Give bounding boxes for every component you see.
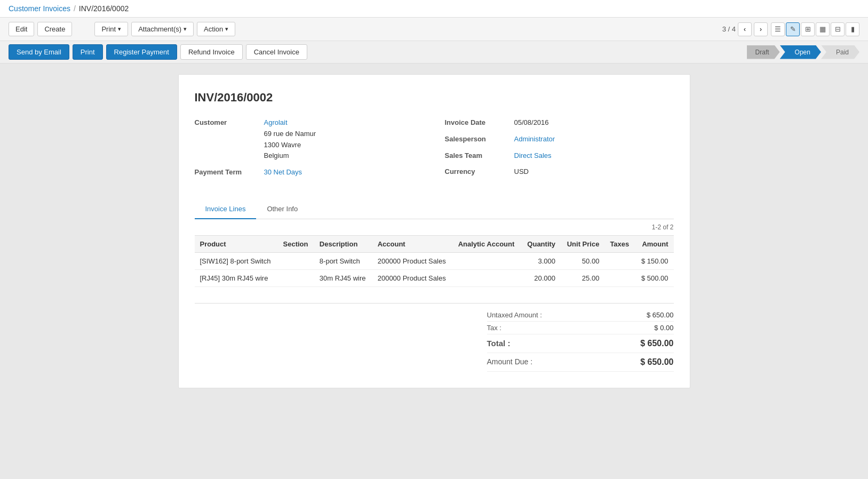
print-workflow-button[interactable]: Print — [73, 44, 103, 60]
breadcrumb-current: INV/2016/0002 — [79, 4, 129, 13]
customer-addr3: Belgium — [264, 151, 289, 159]
amount-due-label: Amount Due : — [487, 357, 533, 367]
col-taxes: Taxes — [604, 235, 635, 252]
customer-field: Customer Agrolait 69 rue de Namur 1300 W… — [195, 117, 424, 162]
cell-product: [SIW162] 8-port Switch — [195, 252, 278, 269]
cell-unit-price: 50.00 — [561, 252, 604, 269]
doc-fields-left: Customer Agrolait 69 rue de Namur 1300 W… — [195, 117, 424, 183]
sales-team-label: Sales Team — [445, 150, 514, 159]
grid-view-button[interactable]: ⊟ — [831, 22, 845, 36]
total-label: Total : — [487, 339, 511, 348]
currency-value: USD — [514, 166, 529, 178]
untaxed-amount-row: Untaxed Amount : $ 650.00 — [487, 309, 674, 322]
sales-team-link[interactable]: Direct Sales — [514, 151, 552, 159]
pager-text: 3 / 4 — [722, 25, 736, 33]
toolbar-right: 3 / 4 ‹ › ☰ ✎ ⊞ ▦ ⊟ ▮ — [722, 22, 859, 36]
untaxed-label: Untaxed Amount : — [487, 311, 542, 319]
workflow-actions: Send by Email Print Register Payment Ref… — [9, 44, 307, 60]
cell-taxes — [604, 252, 635, 269]
print-button[interactable]: Print — [94, 22, 128, 36]
send-email-button[interactable]: Send by Email — [9, 44, 69, 60]
edit-button[interactable]: Edit — [9, 22, 34, 36]
col-description: Description — [314, 235, 372, 252]
view-icons: ☰ ✎ ⊞ ▦ ⊟ ▮ — [771, 22, 859, 36]
workflow-status: Draft Open Paid — [747, 45, 859, 59]
cell-unit-price: 25.00 — [561, 269, 604, 286]
col-analytic: Analytic Account — [453, 235, 521, 252]
cell-section — [278, 252, 314, 269]
currency-field: Currency USD — [445, 166, 674, 178]
totals-table: Untaxed Amount : $ 650.00 Tax : $ 0.00 T… — [487, 309, 674, 372]
col-quantity: Quantity — [521, 235, 561, 252]
cell-account: 200000 Product Sales — [372, 269, 453, 286]
breadcrumb-bar: Customer Invoices / INV/2016/0002 — [0, 0, 868, 18]
cell-quantity: 20.000 — [521, 269, 561, 286]
list-view-button[interactable]: ☰ — [771, 22, 785, 36]
register-payment-button[interactable]: Register Payment — [106, 44, 177, 60]
tax-row: Tax : $ 0.00 — [487, 322, 674, 334]
salesperson-link[interactable]: Administrator — [514, 135, 555, 143]
chart-view-button[interactable]: ▮ — [846, 22, 859, 36]
document-title: INV/2016/0002 — [195, 91, 674, 105]
customer-value: Agrolait 69 rue de Namur 1300 Wavre Belg… — [264, 117, 316, 162]
currency-label: Currency — [445, 166, 514, 175]
table-row: [SIW162] 8-port Switch 8-port Switch 200… — [195, 252, 674, 269]
form-view-button[interactable]: ✎ — [786, 22, 800, 36]
sales-team-field: Sales Team Direct Sales — [445, 150, 674, 162]
col-section: Section — [278, 235, 314, 252]
cell-amount: $ 150.00 — [635, 252, 673, 269]
document-card: INV/2016/0002 Customer Agrolait 69 rue d… — [178, 74, 690, 388]
status-draft: Draft — [747, 45, 780, 59]
refund-invoice-button[interactable]: Refund Invoice — [180, 44, 243, 60]
sales-team-value: Direct Sales — [514, 150, 552, 162]
toolbar-left: Edit Create Print Attachment(s) Action — [9, 22, 235, 36]
kanban-view-button[interactable]: ⊞ — [801, 22, 815, 36]
breadcrumb-separator: / — [74, 4, 76, 13]
breadcrumb-parent-link[interactable]: Customer Invoices — [9, 4, 70, 13]
table-section: 1-2 of 2 Product Section Description Acc… — [195, 219, 674, 287]
customer-name-link[interactable]: Agrolait — [264, 118, 288, 126]
salesperson-value: Administrator — [514, 134, 555, 145]
cell-taxes — [604, 269, 635, 286]
create-button[interactable]: Create — [37, 22, 72, 36]
payment-term-field: Payment Term 30 Net Days — [195, 167, 424, 178]
col-amount: Amount — [635, 235, 673, 252]
tax-label: Tax : — [487, 324, 501, 332]
status-open: Open — [780, 45, 821, 59]
cancel-invoice-button[interactable]: Cancel Invoice — [246, 44, 307, 60]
col-account: Account — [372, 235, 453, 252]
payment-term-value: 30 Net Days — [264, 167, 302, 178]
amount-due-value: $ 650.00 — [640, 357, 673, 367]
action-button[interactable]: Action — [197, 22, 235, 36]
attachments-label: Attachment(s) — [138, 25, 181, 33]
customer-addr2: 1300 Wavre — [264, 141, 301, 149]
cell-quantity: 3.000 — [521, 252, 561, 269]
untaxed-value: $ 650.00 — [647, 311, 674, 319]
salesperson-label: Salesperson — [445, 134, 514, 143]
print-label: Print — [101, 25, 116, 33]
workflow-bar: Send by Email Print Register Payment Ref… — [0, 41, 868, 63]
invoice-date-label: Invoice Date — [445, 117, 514, 126]
payment-term-link[interactable]: 30 Net Days — [264, 168, 302, 176]
cell-product: [RJ45] 30m RJ45 wire — [195, 269, 278, 286]
cell-account: 200000 Product Sales — [372, 252, 453, 269]
payment-term-label: Payment Term — [195, 167, 264, 176]
invoice-date-value: 05/08/2016 — [514, 117, 549, 129]
cell-description: 8-port Switch — [314, 252, 372, 269]
document-fields: Customer Agrolait 69 rue de Namur 1300 W… — [195, 117, 674, 183]
tab-other-info[interactable]: Other Info — [256, 199, 308, 219]
customer-addr1: 69 rue de Namur — [264, 130, 316, 138]
invoice-date-field: Invoice Date 05/08/2016 — [445, 117, 674, 129]
table-row: [RJ45] 30m RJ45 wire 30m RJ45 wire 20000… — [195, 269, 674, 286]
main-content: INV/2016/0002 Customer Agrolait 69 rue d… — [0, 63, 868, 462]
pager-prev-button[interactable]: ‹ — [738, 22, 752, 36]
attachments-button[interactable]: Attachment(s) — [131, 22, 194, 36]
cell-analytic — [453, 252, 521, 269]
calendar-view-button[interactable]: ▦ — [816, 22, 830, 36]
cell-amount: $ 500.00 — [635, 269, 673, 286]
action-label: Action — [204, 25, 223, 33]
pager-next-button[interactable]: › — [754, 22, 768, 36]
tab-invoice-lines[interactable]: Invoice Lines — [195, 199, 257, 219]
invoice-lines-table: Product Section Description Account Anal… — [195, 235, 674, 287]
cell-section — [278, 269, 314, 286]
